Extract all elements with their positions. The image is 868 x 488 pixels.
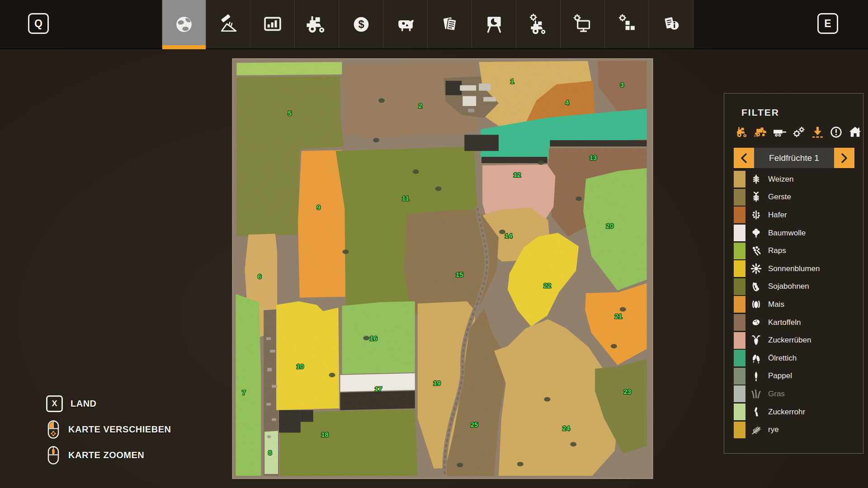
tab-game-settings[interactable] (561, 0, 605, 48)
toggle-harvester-icon (754, 125, 768, 141)
crop-color-swatch (734, 314, 745, 331)
filter-toggle-harvesters[interactable] (753, 125, 769, 141)
filter-next-button[interactable] (834, 148, 854, 168)
crop-row-cotton[interactable]: Baumwolle (734, 224, 863, 242)
grass-icon (750, 388, 762, 400)
radish-icon (750, 352, 762, 364)
field-number-3: 3 (620, 81, 624, 89)
mouse-wheel-icon (46, 445, 61, 465)
tab-contracts[interactable] (428, 0, 472, 48)
field-map[interactable]: 5291114313121420152221678101618192524231… (232, 58, 653, 479)
filter-toggle-trailers[interactable] (772, 125, 788, 141)
keycap-q-label: Q (34, 18, 42, 30)
tab-map[interactable] (162, 0, 206, 48)
toggle-tractor-icon (735, 125, 749, 141)
controls-legend: XLANDKARTE VERSCHIEBENKARTE ZOOMEN (46, 393, 171, 465)
field-number-9: 9 (317, 203, 321, 211)
corn-icon (750, 299, 762, 310)
crop-label: Pappel (768, 371, 792, 380)
tab-ai-workers[interactable] (516, 0, 561, 48)
legend-label: LAND (71, 399, 97, 409)
crop-color-swatch (734, 171, 745, 188)
cow-icon (393, 12, 418, 37)
field-number-14: 14 (505, 232, 513, 239)
crop-color-swatch (734, 422, 745, 438)
legend-row-1: KARTE VERSCHIEBEN (46, 419, 171, 440)
filter-toggle-equipment[interactable] (791, 125, 807, 141)
crop-row-grass[interactable]: Gras (734, 385, 863, 403)
filter-toggle-alerts[interactable] (828, 125, 844, 141)
crop-row-sugarbeet[interactable]: Zuckerrüben (734, 331, 863, 349)
crop-label: Gras (768, 389, 785, 399)
filter-page-label: Feldfrüchte 1 (754, 148, 834, 168)
filter-toggle-tractors[interactable] (734, 125, 750, 141)
crop-row-canola[interactable]: Raps (734, 242, 863, 260)
crop-color-swatch (734, 206, 745, 223)
tab-general-settings[interactable] (605, 0, 649, 48)
stats-icon (260, 12, 285, 37)
crop-row-sunflower[interactable]: Sonnenblumen (734, 260, 863, 278)
filter-panel: FILTER Feldfrüchte 1 WeizenGersteHaferBa… (724, 93, 863, 454)
legend-label: KARTE ZOOMEN (68, 450, 144, 460)
field-number-19: 19 (433, 379, 441, 387)
filter-prev-button[interactable] (734, 148, 754, 168)
field-number-7: 7 (242, 389, 245, 396)
crop-label: Zuckerrüben (768, 336, 811, 345)
crop-row-wheat[interactable]: Weizen (734, 170, 863, 188)
toggle-warning-icon (829, 125, 843, 141)
field-map-canvas: 5291114313121420152221678101618192524231… (232, 58, 653, 479)
display-gear-icon (571, 12, 595, 37)
tab-statistics[interactable] (250, 0, 295, 48)
crop-row-rye[interactable]: rye (734, 421, 863, 439)
field-number-17: 17 (375, 385, 382, 393)
filter-pager: Feldfrüchte 1 (734, 148, 854, 168)
field-number-24: 24 (562, 424, 570, 432)
field-number-22: 22 (543, 282, 551, 289)
crop-row-corn[interactable]: Mais (734, 296, 863, 314)
field-number-18: 18 (321, 431, 329, 438)
globe-icon (172, 12, 196, 37)
field-number-10: 10 (297, 362, 304, 370)
crop-color-swatch (734, 332, 745, 349)
field-number-25: 25 (471, 421, 478, 428)
crop-row-poplar[interactable]: Pappel (734, 367, 863, 385)
filter-title: FILTER (741, 107, 863, 118)
tab-animals[interactable] (383, 0, 428, 48)
tab-vehicles[interactable] (295, 0, 339, 48)
field-number-1: 1 (510, 77, 514, 85)
crop-row-barley[interactable]: Gerste (734, 188, 863, 206)
crop-color-swatch (734, 225, 745, 241)
production-icon (482, 12, 506, 37)
tab-production[interactable] (472, 0, 516, 48)
field-number-2: 2 (419, 102, 422, 109)
contracts-icon (438, 12, 462, 37)
tractor-icon (305, 12, 329, 37)
crop-row-soybean[interactable]: Sojabohnen (734, 278, 863, 296)
field-number-4: 4 (565, 99, 569, 106)
crop-label: Zuckerrohr (768, 408, 805, 417)
rye-icon (750, 424, 762, 436)
toggle-download-icon (811, 125, 825, 141)
tab-precision-farming[interactable] (206, 0, 250, 48)
wheat-icon (750, 174, 762, 185)
crop-color-swatch (734, 296, 745, 313)
crop-color-swatch (734, 404, 745, 420)
crop-row-radish[interactable]: Ölrettich (734, 349, 863, 367)
tab-finances[interactable]: $ (339, 0, 383, 48)
tab-help[interactable] (649, 0, 693, 48)
crop-label: Mais (768, 300, 784, 309)
field-number-16: 16 (370, 334, 377, 342)
crop-row-oat[interactable]: Hafer (734, 206, 863, 224)
chevron-left-icon (741, 153, 747, 163)
filter-toggle-unloading-points[interactable] (809, 125, 826, 141)
filter-toggle-row (734, 125, 863, 141)
crop-row-potato[interactable]: Kartoffeln (734, 314, 863, 332)
crop-label: Hafer (768, 211, 787, 220)
filter-toggle-buildings[interactable] (847, 125, 863, 141)
crop-row-sugarcane[interactable]: Zuckerrohr (734, 403, 863, 421)
toggle-gears-icon (792, 125, 806, 141)
crop-color-swatch (734, 385, 745, 402)
crop-color-swatch (734, 368, 745, 385)
blocks-gear-icon (615, 12, 639, 37)
legend-row-0: XLAND (46, 393, 171, 414)
